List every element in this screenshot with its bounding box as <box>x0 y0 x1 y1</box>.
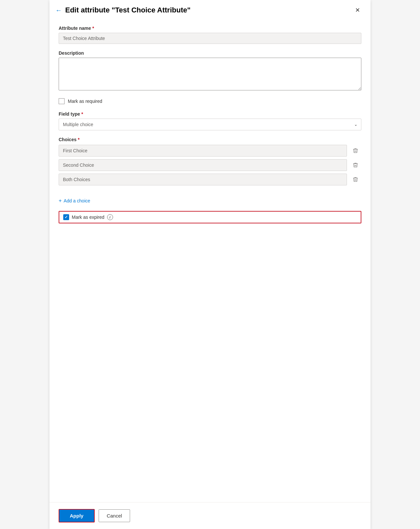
apply-button[interactable]: Apply <box>59 509 95 522</box>
description-input[interactable] <box>59 58 361 90</box>
back-button[interactable]: ← <box>55 7 62 13</box>
delete-choice-3-button[interactable] <box>350 174 361 185</box>
mark-as-expired-label: Mark as expired <box>72 215 105 220</box>
panel-footer: Apply Cancel <box>49 502 371 529</box>
add-choice-label: Add a choice <box>64 198 90 203</box>
checkmark-icon: ✓ <box>65 215 68 219</box>
choice-row <box>59 145 361 157</box>
title-area: ← Edit attribute "Test Choice Attribute" <box>55 6 191 14</box>
required-star: * <box>92 26 94 31</box>
close-button[interactable]: ✕ <box>354 6 361 14</box>
panel-header: ← Edit attribute "Test Choice Attribute"… <box>49 0 371 19</box>
mark-as-expired-container: ✓ Mark as expired i <box>59 211 361 223</box>
choice-row <box>59 174 361 185</box>
mark-as-required-checkbox[interactable] <box>59 98 65 104</box>
choices-label: Choices * <box>59 137 361 142</box>
delete-choice-1-button[interactable] <box>350 145 361 157</box>
field-type-group: Field type * Multiple choice Single choi… <box>59 111 361 130</box>
info-icon[interactable]: i <box>107 214 113 220</box>
mark-as-required-row: Mark as required <box>59 98 361 104</box>
attribute-name-group: Attribute name * <box>59 26 361 44</box>
field-type-required-star: * <box>81 111 83 117</box>
field-type-select[interactable]: Multiple choice Single choice Text Date <box>59 119 361 130</box>
field-type-select-wrapper: Multiple choice Single choice Text Date … <box>59 119 361 130</box>
description-label: Description <box>59 50 361 56</box>
field-type-label: Field type * <box>59 111 361 117</box>
panel-title: Edit attribute "Test Choice Attribute" <box>65 6 191 14</box>
choice-input-3[interactable] <box>59 174 347 185</box>
trash-icon <box>353 162 358 168</box>
attribute-name-label: Attribute name * <box>59 26 361 31</box>
attribute-name-input[interactable] <box>59 33 361 44</box>
choice-input-2[interactable] <box>59 159 347 171</box>
mark-as-expired-checkbox[interactable]: ✓ <box>63 214 69 220</box>
choices-group: Choices * <box>59 137 361 188</box>
choice-row <box>59 159 361 171</box>
delete-choice-2-button[interactable] <box>350 159 361 171</box>
cancel-button[interactable]: Cancel <box>99 509 130 522</box>
plus-icon: + <box>59 198 62 204</box>
add-choice-button[interactable]: + Add a choice <box>59 196 361 206</box>
choice-input-1[interactable] <box>59 145 347 157</box>
trash-icon <box>353 148 358 154</box>
description-group: Description <box>59 50 361 92</box>
panel-body: Attribute name * Description Mark as req… <box>49 19 371 502</box>
edit-attribute-panel: ← Edit attribute "Test Choice Attribute"… <box>49 0 371 529</box>
trash-icon <box>353 177 358 182</box>
choices-required-star: * <box>78 137 79 142</box>
mark-as-required-label: Mark as required <box>68 99 102 104</box>
